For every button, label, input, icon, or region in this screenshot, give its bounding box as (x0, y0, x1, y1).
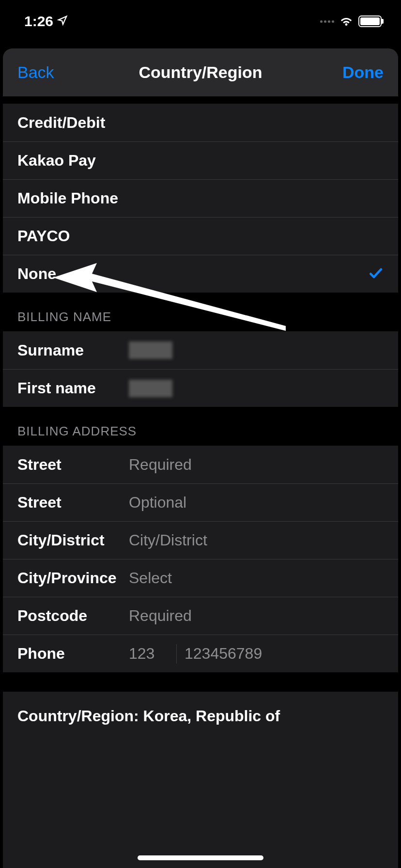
payment-option-payco[interactable]: PAYCO (3, 217, 398, 255)
billing-name-header: BILLING NAME (3, 293, 398, 331)
country-region-label: Country/Region: Korea, Republic of (17, 707, 280, 725)
city-input[interactable] (129, 531, 384, 549)
province-row[interactable]: City/Province Select (3, 559, 398, 597)
phone-number-input[interactable] (185, 645, 384, 663)
modal-sheet: Back Country/Region Done Credit/Debit Ka… (3, 48, 398, 868)
phone-row[interactable]: Phone (3, 635, 398, 672)
city-row[interactable]: City/District (3, 521, 398, 559)
surname-row[interactable]: Surname (3, 331, 398, 369)
street2-label: Street (17, 494, 129, 512)
postcode-label: Postcode (17, 607, 129, 625)
street1-row[interactable]: Street (3, 446, 398, 483)
surname-label: Surname (17, 341, 129, 359)
phone-prefix-input[interactable] (129, 645, 172, 663)
city-label: City/District (17, 531, 129, 549)
payment-option-label: Mobile Phone (17, 189, 118, 207)
section-header-label: BILLING ADDRESS (17, 424, 137, 439)
wifi-icon (339, 15, 354, 28)
battery-icon (358, 16, 382, 27)
status-right (320, 15, 382, 28)
firstname-label: First name (17, 379, 129, 397)
street2-input[interactable] (129, 494, 384, 512)
payment-option-mobile-phone[interactable]: Mobile Phone (3, 179, 398, 217)
province-label: City/Province (17, 569, 129, 587)
status-bar: 1:26 (0, 0, 401, 43)
postcode-input[interactable] (129, 607, 384, 625)
province-select[interactable]: Select (129, 569, 384, 587)
street1-label: Street (17, 456, 129, 474)
street2-row[interactable]: Street (3, 483, 398, 521)
billing-name-list: Surname First name (3, 331, 398, 407)
content-scroll[interactable]: Credit/Debit Kakao Pay Mobile Phone PAYC… (3, 97, 398, 740)
street1-input[interactable] (129, 456, 384, 474)
status-left: 1:26 (24, 13, 68, 30)
payment-option-label: PAYCO (17, 227, 70, 245)
payment-option-credit-debit[interactable]: Credit/Debit (3, 104, 398, 141)
billing-address-header: BILLING ADDRESS (3, 407, 398, 446)
done-button[interactable]: Done (342, 63, 384, 82)
payment-option-kakao-pay[interactable]: Kakao Pay (3, 141, 398, 179)
phone-label: Phone (17, 645, 129, 663)
payment-option-none[interactable]: None (3, 255, 398, 293)
country-region-row[interactable]: Country/Region: Korea, Republic of (3, 692, 398, 740)
billing-address-list: Street Street City/District City/Provinc… (3, 446, 398, 672)
page-title: Country/Region (139, 63, 262, 82)
firstname-value-redacted (129, 380, 172, 397)
payment-option-label: Kakao Pay (17, 152, 96, 170)
section-header-label: BILLING NAME (17, 310, 111, 325)
nav-bar: Back Country/Region Done (3, 48, 398, 97)
firstname-row[interactable]: First name (3, 369, 398, 407)
payment-method-list: Credit/Debit Kakao Pay Mobile Phone PAYC… (3, 104, 398, 293)
home-indicator[interactable] (138, 855, 263, 860)
checkmark-icon (368, 265, 384, 283)
surname-value-redacted (129, 341, 172, 359)
signal-dots-icon (320, 20, 334, 23)
location-icon (57, 15, 68, 28)
back-button[interactable]: Back (17, 63, 54, 82)
payment-option-label: Credit/Debit (17, 114, 105, 132)
postcode-row[interactable]: Postcode (3, 597, 398, 635)
status-time: 1:26 (24, 13, 53, 30)
phone-divider (176, 644, 177, 664)
payment-option-label: None (17, 265, 56, 283)
